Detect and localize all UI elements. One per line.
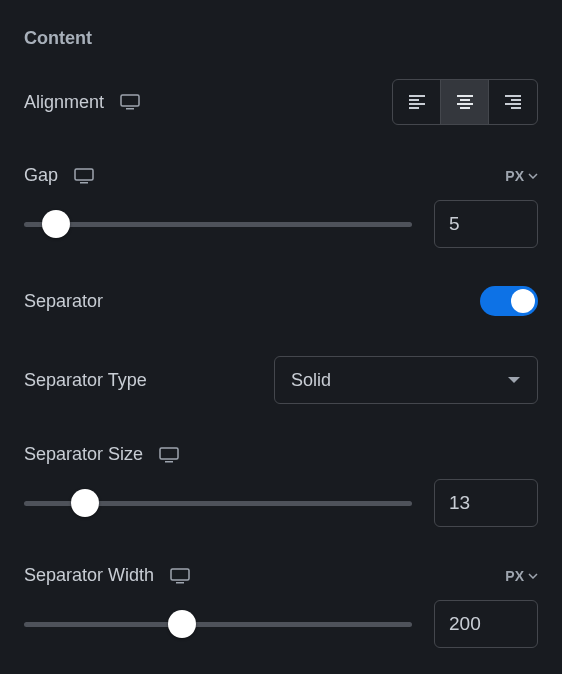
separator-type-select[interactable]: Solid	[274, 356, 538, 404]
separator-type-label: Separator Type	[24, 370, 147, 391]
chevron-down-icon	[528, 573, 538, 579]
gap-unit-text: PX	[505, 168, 524, 184]
caret-down-icon	[507, 376, 521, 384]
svg-rect-19	[176, 582, 184, 584]
section-title: Content	[24, 28, 538, 49]
separator-size-row: Separator Size	[24, 444, 538, 465]
separator-width-slider-row	[24, 600, 538, 648]
separator-width-unit-selector[interactable]: PX	[505, 568, 538, 584]
separator-width-unit-text: PX	[505, 568, 524, 584]
separator-type-row: Separator Type Solid	[24, 356, 538, 404]
alignment-button-group	[392, 79, 538, 125]
separator-size-label: Separator Size	[24, 444, 143, 465]
separator-width-label: Separator Width	[24, 565, 154, 586]
separator-width-row: Separator Width PX	[24, 565, 538, 586]
gap-slider[interactable]	[24, 222, 412, 227]
responsive-icon[interactable]	[170, 568, 190, 584]
gap-row: Gap PX	[24, 165, 538, 186]
gap-input[interactable]	[434, 200, 538, 248]
svg-rect-16	[160, 448, 178, 459]
gap-label: Gap	[24, 165, 58, 186]
separator-size-slider[interactable]	[24, 501, 412, 506]
separator-width-input[interactable]	[434, 600, 538, 648]
separator-size-input[interactable]	[434, 479, 538, 527]
responsive-icon[interactable]	[120, 94, 140, 110]
responsive-icon[interactable]	[74, 168, 94, 184]
separator-size-slider-row	[24, 479, 538, 527]
gap-unit-selector[interactable]: PX	[505, 168, 538, 184]
svg-rect-1	[126, 108, 134, 110]
separator-label: Separator	[24, 291, 103, 312]
separator-type-value: Solid	[291, 370, 331, 391]
svg-rect-17	[165, 461, 173, 463]
svg-rect-15	[80, 182, 88, 184]
separator-width-slider[interactable]	[24, 622, 412, 627]
align-left-icon	[407, 94, 427, 110]
svg-rect-14	[75, 169, 93, 180]
svg-rect-18	[171, 569, 189, 580]
svg-rect-0	[121, 95, 139, 106]
chevron-down-icon	[528, 173, 538, 179]
align-right-icon	[503, 94, 523, 110]
alignment-label: Alignment	[24, 92, 104, 113]
responsive-icon[interactable]	[159, 447, 179, 463]
toggle-knob	[511, 289, 535, 313]
separator-row: Separator	[24, 286, 538, 316]
align-left-button[interactable]	[393, 80, 441, 124]
gap-slider-row	[24, 200, 538, 248]
align-center-button[interactable]	[441, 80, 489, 124]
align-right-button[interactable]	[489, 80, 537, 124]
separator-toggle[interactable]	[480, 286, 538, 316]
align-center-icon	[455, 94, 475, 110]
alignment-row: Alignment	[24, 79, 538, 125]
